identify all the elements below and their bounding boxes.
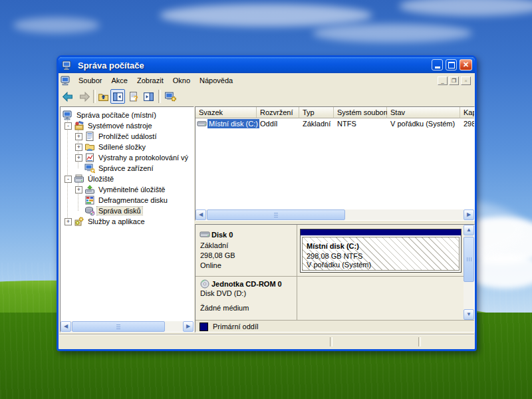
computer-icon [62,60,72,70]
tree-item-label: Systémové nástroje [86,122,154,130]
column-header-stav[interactable]: Stav [387,107,460,118]
back-button[interactable] [60,89,74,104]
tree-item-spravce-zarizeni[interactable]: Správce zařízení [75,163,155,174]
partition-status: V pořádku (Systém) [307,261,455,269]
tree-item-vymenitelne-uloziste[interactable]: + Vyměnitelné úložiště [75,184,166,195]
menu-soubor[interactable]: Soubor [74,74,106,86]
volume-row-cell-capacity[interactable]: 298 [460,118,475,129]
tree-item-label: Prohlížeč událostí [97,132,158,140]
tree-item-prohlizec-udalosti[interactable]: + Prohlížeč událostí [75,131,158,142]
column-header-svazek[interactable]: Svazek [196,107,257,118]
show-hide-action-pane-button[interactable] [141,89,156,104]
action-pane-icon [143,91,154,102]
cdrom-drive: Disk DVD (D:) [200,289,246,297]
legend-label: Primární oddíl [213,323,258,331]
computer-icon [63,110,73,120]
scroll-left-arrow[interactable]: ◀ [61,321,71,332]
close-button[interactable]: ✕ [460,59,472,70]
disk0-name: Disk 0 [211,231,233,239]
volume-row-cell-filesystem[interactable]: NTFS [334,118,387,129]
computer-settings-icon [164,91,177,102]
cdrom-name: Jednotka CD-ROM 0 [211,280,282,288]
volume-row-cell-name[interactable]: Místní disk (C:) [196,118,257,129]
minimize-icon [435,66,440,68]
console-tree-panel: Správa počítače (místní) - Systémové nás… [60,106,194,332]
collapse-icon[interactable]: - [65,176,72,183]
scrollbar-thumb[interactable] [464,237,474,282]
volume-row-cell-status[interactable]: V pořádku (Systém) [387,118,460,129]
help-button[interactable]: ? [126,89,141,104]
tree-item-label: Správce zařízení [97,164,155,172]
forward-icon [79,91,90,102]
expand-icon[interactable]: + [75,144,82,151]
column-header-kapacita[interactable]: Kap [460,107,475,118]
mdi-close-icon: × [464,78,467,84]
tree-item-label: Výstrahy a protokolování vý [97,154,190,162]
menu-napoveda[interactable]: Nápověda [195,74,237,86]
computer-settings-button[interactable] [162,89,178,104]
status-bar-divider [418,337,421,346]
removable-storage-icon [84,184,95,195]
performance-logs-icon [84,152,95,163]
partition-info: 298,08 GB NTFS [307,252,455,260]
tree-item-defragmentace[interactable]: Defragmentace disku [75,195,169,205]
expand-icon[interactable]: + [75,186,82,194]
column-header-typ[interactable]: Typ [299,107,334,118]
disk0-header: Disk 0 [200,230,233,239]
volume-name-selected[interactable]: Místní disk (C:) [207,119,259,128]
tree-item-systemove-nastroje[interactable]: - Systémové nástroje [65,120,154,131]
disk0-status: Online [200,261,221,269]
expand-icon[interactable]: + [75,133,82,140]
tree-horizontal-scrollbar[interactable]: ◀ ▶ [61,321,194,332]
tree-item-sprava-disku[interactable]: Správa disků [75,205,142,216]
menu-bar: Soubor Akce Zobrazit Okno Nápověda [59,73,475,88]
up-one-level-button[interactable] [96,89,110,104]
mdi-minimize-icon: _ [441,78,444,84]
menu-zobrazit[interactable]: Zobrazit [132,74,168,86]
graph-vertical-scrollbar[interactable]: ▲ ▼ [464,225,474,320]
tree-item-vystrahy[interactable]: + Výstrahy a protokolování vý [75,152,190,163]
scroll-left-arrow[interactable]: ◀ [196,209,206,220]
scroll-right-arrow[interactable]: ▶ [183,321,194,332]
menu-okno[interactable]: Okno [168,74,195,86]
tree-item-sprava-pocitace[interactable]: Správa počítače (místní) [63,110,158,120]
cloud [313,24,472,43]
collapse-icon[interactable]: - [65,122,72,130]
thumb-grip [116,325,120,329]
tree-item-label: Vyměnitelné úložiště [97,186,166,194]
mdi-minimize-button[interactable]: _ [438,76,448,85]
expand-icon[interactable]: + [65,218,72,225]
minimize-button[interactable] [432,59,443,70]
tree-item-sluzby-aplikace[interactable]: + Služby a aplikace [65,216,146,227]
tree-item-uloziste[interactable]: - Úložiště [65,174,115,184]
menu-akce[interactable]: Akce [106,74,132,86]
volume-row-cell-type[interactable]: Základní [299,118,334,129]
scroll-right-arrow[interactable]: ▶ [464,209,474,220]
thumb-grip [274,213,278,217]
close-icon: ✕ [463,61,469,68]
maximize-button[interactable] [446,59,457,70]
hard-disk-icon [197,120,207,128]
show-hide-console-tree-button[interactable] [110,89,125,104]
expand-icon[interactable]: + [75,154,82,162]
scrollbar-thumb[interactable] [207,209,345,220]
cd-rom-icon [200,279,210,289]
list-horizontal-scrollbar[interactable]: ◀ ▶ [196,209,474,220]
column-header-rozvrzeni[interactable]: Rozvržení [257,107,299,118]
tree-item-sdilene-slozky[interactable]: + Sdílené složky [75,142,147,152]
hard-disk-icon [200,230,210,239]
column-header-system-souboru[interactable]: Systém souborů [334,107,387,118]
scroll-down-arrow[interactable]: ▼ [464,309,474,320]
cell-divider [297,225,297,320]
scroll-up-arrow[interactable]: ▲ [464,225,474,235]
partition-name: Místní disk (C:) [307,242,359,250]
partition-c-block[interactable]: Místní disk (C:) 298,08 GB NTFS V pořádk… [300,229,462,273]
storage-icon [74,174,84,184]
mdi-restore-button[interactable]: ❐ [449,76,459,85]
title-bar[interactable]: Správa počítače ✕ [59,57,475,73]
system-tools-icon [74,120,84,131]
scrollbar-thumb[interactable] [72,321,165,332]
mdi-window-icon [61,75,71,86]
volume-row-cell-layout[interactable]: Oddíl [257,118,299,129]
forward-button-disabled [77,89,92,104]
